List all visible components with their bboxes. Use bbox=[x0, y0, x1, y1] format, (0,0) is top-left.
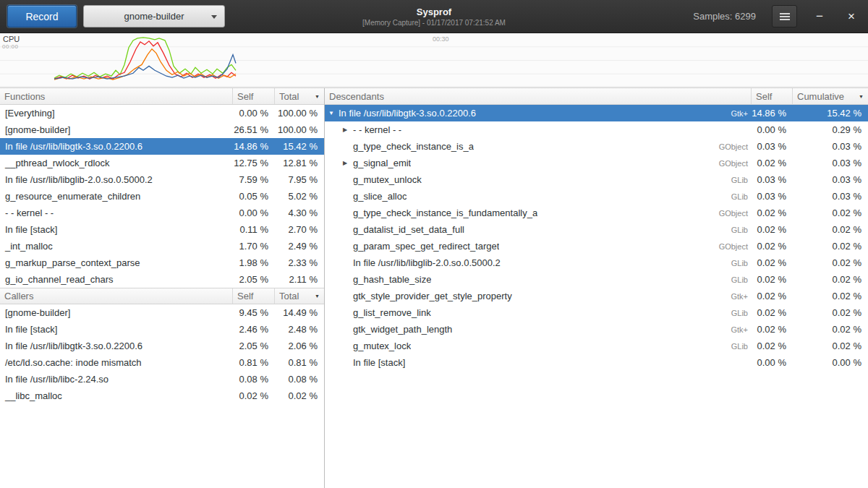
descendants-row[interactable]: In file [stack]0.00 %0.00 % bbox=[325, 354, 868, 371]
close-button[interactable]: × bbox=[842, 7, 861, 26]
self-percent: 0.02 % bbox=[752, 307, 793, 318]
descendants-rows: ▼In file /usr/lib/libgtk-3.so.0.2200.6Gt… bbox=[325, 105, 868, 371]
self-percent: 1.98 % bbox=[233, 257, 275, 268]
column-header-label: Total bbox=[279, 91, 299, 102]
functions-row[interactable]: g_resource_enumerate_children0.05 %5.02 … bbox=[0, 188, 324, 205]
total-percent: 2.70 % bbox=[275, 224, 324, 235]
column-header-self[interactable]: Self bbox=[233, 88, 275, 104]
total-percent: 2.48 % bbox=[275, 324, 324, 335]
self-percent: 1.70 % bbox=[233, 241, 275, 252]
column-header-cumulative[interactable]: Cumulative ▼ bbox=[793, 88, 868, 104]
functions-row[interactable]: [Everything]0.00 %100.00 % bbox=[0, 105, 324, 121]
functions-row[interactable]: In file /usr/lib/libglib-2.0.so.0.5000.2… bbox=[0, 171, 324, 188]
cumulative-percent: 0.02 % bbox=[793, 291, 868, 301]
functions-row[interactable]: _int_malloc1.70 %2.49 % bbox=[0, 238, 324, 254]
collapse-icon[interactable]: ▼ bbox=[328, 105, 339, 121]
library-badge: GLib bbox=[724, 192, 752, 201]
functions-row[interactable]: - - kernel - -0.00 %4.30 % bbox=[0, 205, 324, 221]
descendants-row[interactable]: g_mutex_lockGLib0.02 %0.02 % bbox=[325, 338, 868, 354]
descendants-row[interactable]: g_param_spec_get_redirect_targetGObject0… bbox=[325, 238, 868, 254]
function-name: g_hash_table_size bbox=[353, 274, 431, 285]
menu-button[interactable] bbox=[772, 5, 797, 27]
self-percent: 0.02 % bbox=[233, 390, 275, 401]
functions-row[interactable]: g_io_channel_read_chars2.05 %2.11 % bbox=[0, 271, 324, 288]
callers-row[interactable]: __libc_malloc0.02 %0.02 % bbox=[0, 388, 324, 404]
functions-row[interactable]: In file /usr/lib/libgtk-3.so.0.2200.614.… bbox=[0, 138, 324, 155]
cumulative-percent: 15.42 % bbox=[793, 108, 868, 119]
cpu-lines bbox=[54, 38, 236, 80]
target-selector-dropdown[interactable]: gnome-builder bbox=[83, 5, 225, 27]
app-title: Sysprof bbox=[362, 7, 506, 17]
callers-row[interactable]: In file [stack]2.46 %2.48 % bbox=[0, 321, 324, 338]
self-percent: 12.75 % bbox=[233, 158, 275, 168]
function-name: g_type_check_instance_is_fundamentally_a bbox=[353, 207, 537, 218]
expand-icon[interactable]: ▶ bbox=[343, 121, 353, 138]
descendants-row[interactable]: g_list_remove_linkGLib0.02 %0.02 % bbox=[325, 304, 868, 321]
cumulative-percent: 0.03 % bbox=[793, 174, 868, 185]
function-name: g_signal_emit bbox=[353, 158, 411, 168]
column-header-self[interactable]: Self bbox=[752, 88, 793, 104]
cumulative-percent: 0.02 % bbox=[793, 224, 868, 235]
functions-row[interactable]: [gnome-builder]26.51 %100.00 % bbox=[0, 121, 324, 138]
column-header-label: Self bbox=[237, 91, 253, 102]
self-percent: 26.51 % bbox=[233, 124, 275, 135]
descendants-row[interactable]: ▶- - kernel - -0.00 %0.29 % bbox=[325, 121, 868, 138]
descendants-row[interactable]: g_type_check_instance_is_aGObject0.03 %0… bbox=[325, 138, 868, 155]
function-name: __pthread_rwlock_rdlock bbox=[0, 158, 233, 168]
record-button[interactable]: Record bbox=[7, 5, 77, 27]
cumulative-percent: 0.02 % bbox=[793, 324, 868, 335]
self-percent: 0.00 % bbox=[752, 357, 793, 368]
capture-subtitle: [Memory Capture] - 01/17/2017 07:21:52 A… bbox=[362, 19, 506, 27]
function-name: gtk_style_provider_get_style_property bbox=[353, 291, 512, 301]
library-badge: GLib bbox=[724, 176, 752, 184]
column-header-functions[interactable]: Functions bbox=[0, 88, 233, 104]
callers-row[interactable]: [gnome-builder]9.45 %14.49 % bbox=[0, 304, 324, 321]
column-header-total[interactable]: Total ▼ bbox=[275, 88, 324, 104]
function-name: In file [stack] bbox=[0, 224, 233, 235]
callers-table-header: Callers Self Total ▼ bbox=[0, 288, 324, 304]
callers-row[interactable]: In file /usr/lib/libc-2.24.so0.08 %0.08 … bbox=[0, 371, 324, 388]
descendants-row[interactable]: ▶g_signal_emitGObject0.02 %0.03 % bbox=[325, 155, 868, 171]
descendants-row[interactable]: gtk_style_provider_get_style_propertyGtk… bbox=[325, 288, 868, 304]
function-name: - - kernel - - bbox=[0, 207, 233, 218]
cumulative-percent: 0.02 % bbox=[793, 341, 868, 351]
descendants-row[interactable]: g_datalist_id_set_data_fullGLib0.02 %0.0… bbox=[325, 221, 868, 238]
descendants-row[interactable]: g_hash_table_sizeGLib0.02 %0.02 % bbox=[325, 271, 868, 288]
descendants-row[interactable]: ▼In file /usr/lib/libgtk-3.so.0.2200.6Gt… bbox=[325, 105, 868, 121]
functions-row[interactable]: __pthread_rwlock_rdlock12.75 %12.81 % bbox=[0, 155, 324, 171]
callers-row[interactable]: In file /usr/lib/libgtk-3.so.0.2200.62.0… bbox=[0, 338, 324, 354]
total-percent: 5.02 % bbox=[275, 191, 324, 202]
self-percent: 0.00 % bbox=[233, 108, 275, 119]
column-header-total[interactable]: Total ▼ bbox=[275, 288, 324, 304]
total-percent: 100.00 % bbox=[275, 124, 324, 135]
descendants-row[interactable]: In file /usr/lib/libglib-2.0.so.0.5000.2… bbox=[325, 254, 868, 271]
descendant-name-cell: g_hash_table_sizeGLib bbox=[325, 274, 752, 285]
library-badge: Gtk+ bbox=[723, 109, 752, 118]
column-header-callers[interactable]: Callers bbox=[0, 288, 233, 304]
descendants-row[interactable]: gtk_widget_path_lengthGtk+0.02 %0.02 % bbox=[325, 321, 868, 338]
column-header-descendants[interactable]: Descendants bbox=[325, 88, 752, 104]
descendant-name-cell: g_list_remove_linkGLib bbox=[325, 307, 752, 318]
cumulative-percent: 0.03 % bbox=[793, 158, 868, 168]
total-percent: 0.08 % bbox=[275, 374, 324, 385]
function-name: In file [stack] bbox=[353, 357, 405, 368]
library-badge: GObject bbox=[712, 209, 752, 218]
descendant-name-cell: g_type_check_instance_is_fundamentally_a… bbox=[325, 207, 752, 218]
descendants-row[interactable]: g_slice_allocGLib0.03 %0.03 % bbox=[325, 188, 868, 205]
descendants-row[interactable]: g_type_check_instance_is_fundamentally_a… bbox=[325, 205, 868, 221]
functions-row[interactable]: In file [stack]0.11 %2.70 % bbox=[0, 221, 324, 238]
library-badge: Gtk+ bbox=[723, 325, 752, 334]
cumulative-percent: 0.29 % bbox=[793, 124, 868, 135]
cumulative-percent: 0.00 % bbox=[793, 357, 868, 368]
self-percent: 0.02 % bbox=[752, 207, 793, 218]
callers-row[interactable]: /etc/ld.so.cache: inode mismatch0.81 %0.… bbox=[0, 354, 324, 371]
minimize-button[interactable]: − bbox=[810, 7, 829, 26]
sysprof-window: Record gnome-builder Sysprof [Memory Cap… bbox=[0, 0, 868, 488]
column-header-self[interactable]: Self bbox=[233, 288, 275, 304]
descendants-row[interactable]: g_mutex_unlockGLib0.03 %0.03 % bbox=[325, 171, 868, 188]
self-percent: 0.02 % bbox=[752, 241, 793, 252]
expand-icon[interactable]: ▶ bbox=[343, 155, 353, 171]
functions-row[interactable]: g_markup_parse_context_parse1.98 %2.33 % bbox=[0, 254, 324, 271]
column-header-label: Descendants bbox=[329, 91, 384, 102]
cpu-graph[interactable]: CPU 00:00 00:30 bbox=[0, 33, 868, 88]
